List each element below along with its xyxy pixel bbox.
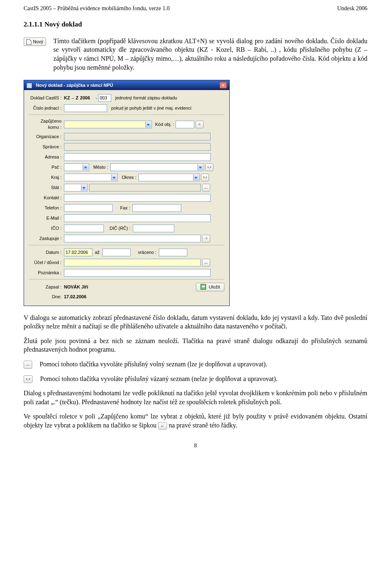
doklad-seq-field[interactable]: 003 <box>98 94 111 102</box>
ucel-seznam-button[interactable]: ... <box>202 259 210 266</box>
paragraph-7b: na pravé straně této řádky. <box>169 422 237 429</box>
organizace-label: Organizace : <box>29 134 64 140</box>
adresa-label: Adresa : <box>29 154 64 160</box>
doklad-dash1: – <box>72 95 74 101</box>
spravce-field <box>64 143 211 151</box>
dic-label: DIČ (RČ) : <box>110 225 130 231</box>
stat-label: Stát : <box>29 185 64 191</box>
dic-field[interactable] <box>133 225 174 232</box>
stat-combo[interactable] <box>64 184 88 192</box>
cislo-jednaci-label: Číslo jednací : <box>29 105 64 111</box>
organizace-field <box>64 133 211 141</box>
poznamka-label: Poznámka : <box>29 270 64 276</box>
ucel-label: Účel / důvod : <box>29 260 64 266</box>
zapsal-label: Zapsal : <box>29 284 64 290</box>
adresa-field[interactable] <box>64 153 211 161</box>
psc-label: Psč : <box>29 164 64 170</box>
datum-field[interactable]: 17.02.2006 <box>64 249 92 256</box>
ico-label: IČO : <box>29 225 64 231</box>
vraceno-field[interactable] <box>159 249 187 256</box>
zapujceno-combo[interactable] <box>64 121 152 128</box>
email-label: E-Mail : <box>29 215 64 221</box>
doklad-year: 2006 <box>80 95 90 101</box>
free-list-button[interactable]: ... <box>24 361 32 369</box>
paragraph-2: V dialogu se automaticky zobrazí přednas… <box>24 313 367 331</box>
save-label: Uložit <box>209 284 220 290</box>
kontakt-field[interactable] <box>64 194 211 202</box>
paragraph-3: Žlutá pole jsou povinná a bez nich se zá… <box>24 337 367 354</box>
email-field[interactable] <box>64 214 211 222</box>
cislo-jednaci-field[interactable] <box>64 104 107 112</box>
doklad-kz: KZ <box>64 95 70 101</box>
kontakt-label: Kontakt : <box>29 195 64 201</box>
paragraph-1: Tímto tlačítkem (popřípadě klávesovou zk… <box>53 37 367 72</box>
paragraph-6: Dialog s přednastavenými hodnotami lze v… <box>24 389 367 406</box>
doklad-dash2: - <box>96 95 97 101</box>
kod-obj-label: Kód obj. : <box>155 121 174 128</box>
fax-field[interactable] <box>132 204 181 212</box>
disk-icon <box>200 284 206 290</box>
kraj-label: Kraj : <box>29 174 64 181</box>
fax-label: Fax : <box>120 205 130 211</box>
kraj-combo[interactable] <box>64 174 118 181</box>
psc-combo[interactable] <box>64 163 89 171</box>
dne-label: Dne: <box>29 294 64 300</box>
paragraph-5: Pomocí tohoto tlačítka vyvoláte příslušn… <box>40 374 277 383</box>
doklad-z: Z <box>76 95 79 101</box>
telefon-label: Telefon : <box>29 205 64 211</box>
dialog-title-text: Nový doklad - zápůjčka v rámci NPÚ <box>36 83 113 88</box>
datum-do-field[interactable] <box>102 249 131 256</box>
zastupuje-label: Zastupuje : <box>29 236 64 242</box>
page-number: 8 <box>24 442 367 450</box>
telefon-field[interactable] <box>64 204 113 212</box>
okres-label: Okres : <box>122 174 136 181</box>
novy-button[interactable]: Nový <box>24 37 46 46</box>
doklad-label: Doklad CastIS : <box>29 95 64 101</box>
header-left: CastIS 2005 – Průběžná evidence mobiliár… <box>24 5 169 13</box>
poznamka-field[interactable] <box>64 269 211 277</box>
okres-combo[interactable] <box>138 174 200 181</box>
ico-field[interactable] <box>64 225 104 232</box>
mesto-combo[interactable] <box>110 163 204 171</box>
kod-obj-field[interactable] <box>176 121 194 128</box>
page-header: CastIS 2005 – Průběžná evidence mobiliár… <box>24 5 367 13</box>
az-label: až <box>95 249 100 255</box>
spravce-label: Správce : <box>29 144 64 150</box>
dialog-titlebar: Nový doklad - zápůjčka v rámci NPÚ × <box>24 80 229 90</box>
doklad-note: jednotný formát zápisu dokladu <box>115 95 177 101</box>
save-button[interactable]: Uložit <box>196 283 224 291</box>
arrow-left-button[interactable]: ‹· <box>196 121 204 128</box>
zastupuje-seznam-button[interactable]: ·› <box>202 235 210 242</box>
dialog-icon <box>26 83 32 88</box>
zapujceno-label: Zapůjčeno komu : <box>29 118 64 130</box>
dne-val: 17.02.2006 <box>64 294 86 300</box>
zapsal-val: NOVÁK Jiří <box>64 284 88 290</box>
dialog-close-button[interactable]: × <box>220 82 227 88</box>
arrow-left-inline-button[interactable] <box>158 422 167 429</box>
section-title: 2.1.1.1 Nový doklad <box>24 20 367 29</box>
mesto-label: Město : <box>93 164 108 170</box>
new-document-icon <box>26 39 31 45</box>
header-right: Undesk 2006 <box>337 5 367 13</box>
paragraph-7: Ve spouštěcí roletce v poli „Zapůjčeno k… <box>24 412 367 429</box>
ucel-field[interactable] <box>64 259 201 266</box>
novy-button-label: Nový <box>33 39 43 44</box>
mesto-seznam-button[interactable]: ‹.› <box>205 163 213 171</box>
stat-seznam-button[interactable]: ... <box>202 184 210 192</box>
new-document-dialog: Nový doklad - zápůjčka v rámci NPÚ × Dok… <box>24 80 230 306</box>
paragraph-4: Pomocí tohoto tlačítka vyvoláte příslušn… <box>40 360 267 369</box>
datum-label: Datum : <box>29 249 64 255</box>
vraceno-label: vráceno : <box>138 249 156 255</box>
cislo-jednaci-note: pokud je pohyb ještě v jiné maj. evidenc… <box>111 105 191 111</box>
zastupuje-field[interactable] <box>64 235 201 242</box>
okres-seznam-button[interactable]: ‹.› <box>201 174 209 181</box>
bound-list-button[interactable]: ‹.› <box>24 375 33 383</box>
stat-text-field <box>89 184 201 192</box>
